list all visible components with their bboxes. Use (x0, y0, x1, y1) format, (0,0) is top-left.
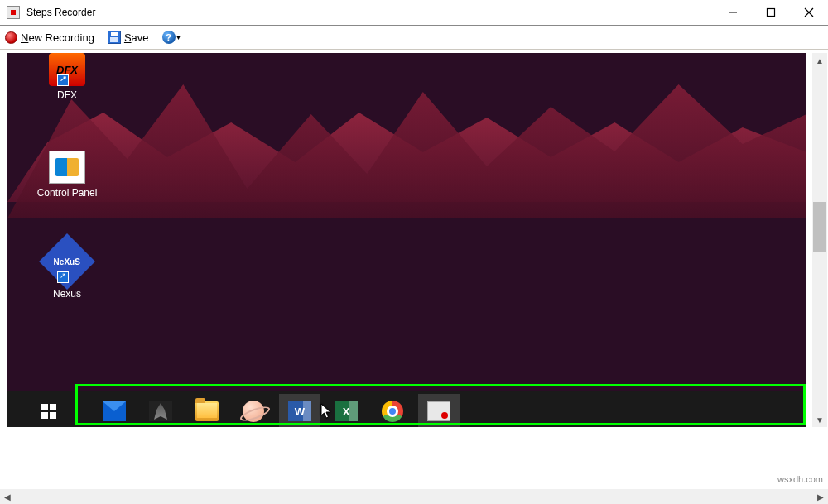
horizontal-scrollbar[interactable]: ◀ ▶ (0, 489, 828, 504)
dropdown-arrow-icon: ▼ (176, 34, 182, 41)
new-recording-button[interactable]: New Recording (5, 31, 94, 44)
mail-icon (103, 401, 126, 421)
captured-desktop: DFX DFX Control Panel NeXuS Nexus (7, 53, 806, 427)
taskbar-item-predator[interactable] (140, 394, 181, 427)
save-button[interactable]: Save (108, 31, 149, 44)
window-title: Steps Recorder (26, 7, 95, 18)
save-icon (108, 31, 121, 44)
svg-rect-7 (50, 412, 56, 419)
scroll-left-arrow[interactable]: ◀ (0, 489, 15, 504)
app-icon (7, 6, 20, 19)
save-label: Save (124, 31, 149, 44)
scroll-down-arrow[interactable]: ▼ (812, 412, 827, 427)
content-area: DFX DFX Control Panel NeXuS Nexus (0, 52, 828, 466)
svg-rect-1 (768, 9, 775, 17)
window-buttons (714, 0, 828, 25)
maximize-button[interactable] (752, 0, 790, 25)
new-recording-label: New Recording (21, 31, 94, 44)
vertical-scrollbar[interactable]: ▲ ▼ (812, 53, 827, 427)
excel-icon: X (335, 401, 358, 421)
chrome-icon (382, 401, 403, 422)
dfx-icon: DFX (49, 53, 85, 86)
saturn-icon (243, 401, 264, 422)
scroll-right-arrow[interactable]: ▶ (813, 489, 828, 504)
desktop-icon-control-panel[interactable]: Control Panel (26, 151, 108, 199)
windows-logo-icon (41, 404, 56, 419)
watermark: wsxdh.com (777, 474, 823, 484)
desktop-icon-label: DFX (34, 89, 100, 101)
close-button[interactable] (790, 0, 828, 25)
desktop-icon-label: Nexus (34, 288, 100, 300)
shortcut-overlay-icon (57, 74, 69, 86)
taskbar-item-saturn[interactable] (233, 394, 274, 427)
taskbar-item-word[interactable]: W (279, 394, 320, 427)
taskbar-item-chrome[interactable] (372, 394, 413, 427)
scroll-up-arrow[interactable]: ▲ (812, 53, 827, 68)
start-button[interactable] (31, 394, 67, 427)
taskbar-item-file-explorer[interactable] (186, 394, 228, 427)
taskbar-item-mail[interactable] (94, 394, 135, 427)
steps-recorder-icon (427, 401, 450, 421)
help-button[interactable]: ? ▼ (162, 31, 182, 44)
shortcut-overlay-icon (57, 271, 69, 283)
predator-icon (149, 401, 172, 421)
recording-viewport: DFX DFX Control Panel NeXuS Nexus (7, 53, 806, 427)
svg-rect-5 (50, 404, 56, 410)
minimize-button[interactable] (714, 0, 752, 25)
folder-icon (195, 401, 219, 421)
toolbar: New Recording Save ? ▼ (0, 26, 828, 50)
svg-rect-6 (41, 412, 48, 419)
control-panel-icon (49, 151, 85, 184)
cursor-icon (320, 403, 332, 420)
word-icon: W (288, 401, 311, 421)
desktop-icon-label: Control Panel (26, 187, 108, 199)
desktop-icon-dfx[interactable]: DFX DFX (34, 53, 100, 101)
wallpaper (7, 53, 806, 218)
captured-taskbar: W X (7, 391, 806, 427)
scroll-thumb[interactable] (813, 202, 826, 252)
svg-rect-4 (41, 404, 48, 410)
window-titlebar: Steps Recorder (0, 0, 828, 26)
record-icon (5, 31, 17, 44)
desktop-icon-nexus[interactable]: NeXuS Nexus (34, 242, 100, 300)
taskbar-item-steps-recorder[interactable] (418, 394, 460, 427)
help-icon: ? (162, 31, 176, 44)
